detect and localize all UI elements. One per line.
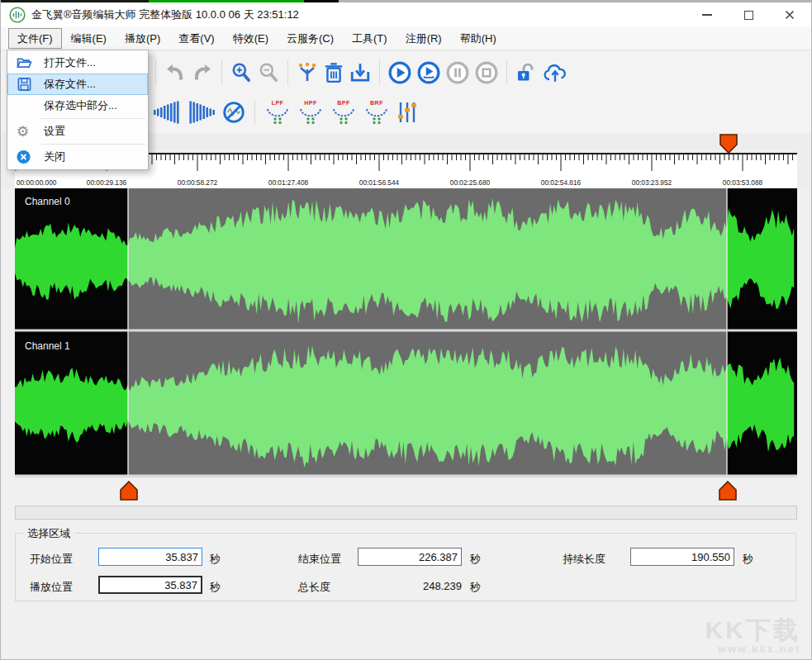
window-title: 金飞翼®音频编辑大师 完整体验版 10.0.0 06 天 23:51:12 (31, 2, 299, 27)
selection-end-top-marker[interactable] (719, 134, 738, 154)
end-position-input[interactable] (358, 548, 462, 566)
redo-icon (192, 64, 213, 82)
svg-text:00:03:23.952: 00:03:23.952 (632, 178, 672, 187)
duration-input[interactable] (630, 548, 734, 566)
selection-region-groupbox: 选择区域 开始位置 秒 结束位置 秒 持续长度 秒 播放位置 秒 总长度 248… (15, 533, 796, 601)
menu-item-cloud[interactable]: 云服务(C) (278, 28, 343, 49)
marker-strip (1, 477, 811, 506)
hpf-filter-button[interactable]: HPF (297, 100, 324, 125)
svg-text:00:00:58.272: 00:00:58.272 (178, 178, 218, 187)
fade-out-button[interactable] (188, 101, 216, 124)
play-selection-icon (417, 61, 440, 84)
cloud-upload-button[interactable] (543, 63, 567, 83)
watermark-title: KK下载 (705, 618, 800, 643)
zoom-out-button[interactable] (258, 62, 279, 83)
watermark-url: www.kkx.net (705, 643, 800, 655)
undo-button[interactable] (164, 64, 186, 82)
selection-end-marker[interactable] (719, 481, 737, 501)
zoom-in-icon (230, 62, 252, 83)
redo-button[interactable] (192, 64, 213, 82)
zoom-out-icon (258, 62, 279, 83)
svg-text:00:01:56.544: 00:01:56.544 (359, 178, 400, 187)
fade-in-icon (153, 101, 181, 124)
denoise-button[interactable] (222, 101, 245, 124)
app-logo-icon (9, 7, 26, 26)
selection-start-marker[interactable] (120, 481, 138, 501)
menu-item-register[interactable]: 注册(R) (397, 28, 451, 49)
toolbar-separator (155, 60, 156, 85)
menubar: 文件(F) 编辑(E) 播放(P) 查看(V) 特效(E) 云服务(C) 工具(… (1, 27, 811, 50)
titlebar: 金飞翼®音频编辑大师 完整体验版 10.0.0 06 天 23:51:12 (1, 2, 811, 27)
menu-item-save-selection[interactable]: 保存选中部分... (7, 95, 148, 116)
menu-item-save-selection-label: 保存选中部分... (44, 98, 117, 113)
brf-filter-icon (364, 107, 389, 125)
play-icon (388, 61, 411, 84)
start-position-input[interactable] (98, 548, 202, 566)
pause-icon (446, 61, 469, 84)
equalizer-button[interactable] (397, 101, 418, 124)
split-button[interactable] (297, 62, 318, 83)
trash-icon (324, 62, 344, 83)
denoise-icon (222, 101, 245, 124)
brf-filter-label: BRF (370, 100, 383, 107)
hpf-filter-icon (298, 107, 323, 125)
total-unit-label: 秒 (470, 580, 481, 595)
play-position-input[interactable] (98, 576, 202, 594)
duration-label: 持续长度 (563, 552, 605, 567)
fade-out-icon (188, 101, 216, 124)
svg-text:00:00:29.136: 00:00:29.136 (87, 178, 127, 187)
fade-in-button[interactable] (153, 101, 181, 124)
close-icon (784, 9, 795, 21)
horizontal-scrollbar[interactable] (15, 506, 797, 520)
menu-item-open-file[interactable]: 打开文件... (7, 52, 148, 74)
menu-item-edit[interactable]: 编辑(E) (62, 28, 116, 49)
unlock-icon (515, 62, 537, 83)
menu-item-close[interactable]: 关闭 (7, 146, 148, 168)
toolbar-separator (379, 60, 380, 85)
toolbar-separator (287, 60, 288, 85)
hpf-filter-label: HPF (304, 100, 317, 107)
lpf-filter-button[interactable]: LPF (264, 100, 291, 125)
unlock-button[interactable] (515, 62, 537, 83)
toolbar-separator (254, 100, 255, 125)
extract-button[interactable] (349, 62, 371, 83)
menu-item-play[interactable]: 播放(P) (116, 28, 169, 49)
waveform-panel[interactable]: Channel 0 Channel 1 (15, 188, 797, 477)
menu-item-effects[interactable]: 特效(E) (224, 28, 278, 49)
extract-icon (349, 62, 371, 83)
play-button[interactable] (388, 61, 411, 84)
menu-item-open-file-label: 打开文件... (44, 55, 96, 70)
menu-item-settings-label: 设置 (44, 124, 65, 139)
stop-icon (475, 61, 498, 84)
close-button[interactable] (769, 2, 810, 27)
bpf-filter-button[interactable]: BPF (330, 100, 357, 125)
maximize-button[interactable] (728, 2, 769, 27)
watermark: KK下载 www.kkx.net (705, 618, 800, 655)
equalizer-icon (397, 101, 418, 124)
menu-item-tools[interactable]: 工具(T) (343, 28, 397, 49)
toolbar-separator (221, 60, 222, 85)
start-position-label: 开始位置 (30, 552, 73, 567)
play-selection-button[interactable] (417, 61, 440, 84)
menu-item-view[interactable]: 查看(V) (169, 28, 223, 49)
menu-item-save-file-label: 保存文件... (44, 77, 96, 92)
svg-text:00:01:27.408: 00:01:27.408 (268, 178, 309, 187)
play-unit-label: 秒 (210, 580, 221, 595)
menu-item-help[interactable]: 帮助(H) (451, 28, 506, 49)
brf-filter-button[interactable]: BRF (363, 100, 390, 125)
save-icon (17, 78, 31, 92)
svg-text:00:02:25.680: 00:02:25.680 (450, 178, 491, 187)
zoom-in-button[interactable] (230, 62, 252, 83)
minimize-button[interactable] (686, 2, 728, 27)
waveform-display[interactable] (15, 188, 797, 477)
svg-text:00:00:00.000: 00:00:00.000 (17, 178, 57, 187)
groupbox-title: 选择区域 (23, 526, 74, 541)
menu-item-save-file[interactable]: 保存文件... (7, 74, 148, 95)
cloud-upload-icon (543, 63, 567, 83)
toolbar-separator (506, 60, 507, 85)
stop-button[interactable] (475, 61, 498, 84)
menu-item-settings[interactable]: ⚙ 设置 (7, 121, 148, 142)
delete-button[interactable] (324, 62, 344, 83)
menu-item-file[interactable]: 文件(F) (8, 28, 62, 49)
pause-button[interactable] (446, 61, 469, 84)
